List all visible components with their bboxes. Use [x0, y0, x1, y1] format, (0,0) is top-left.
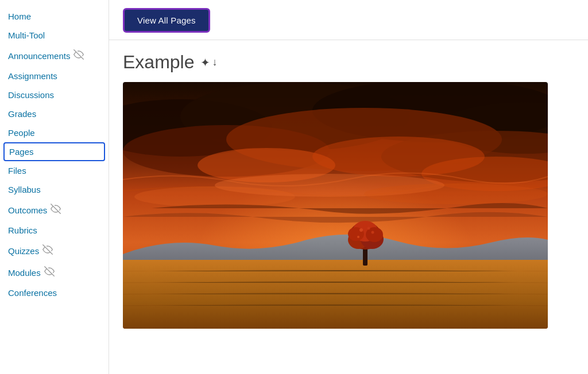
- svg-point-31: [363, 224, 367, 227]
- sidebar-item-discussions[interactable]: Discussions: [0, 85, 109, 104]
- sidebar: HomeMulti-ToolAnnouncements AssignmentsD…: [0, 0, 109, 374]
- sidebar-link-modules[interactable]: Modules: [8, 268, 41, 278]
- sidebar-link-home[interactable]: Home: [8, 11, 31, 21]
- sidebar-item-announcements[interactable]: Announcements: [0, 45, 109, 67]
- sidebar-item-rubrics[interactable]: Rubrics: [0, 221, 109, 240]
- sidebar-item-multi-tool[interactable]: Multi-Tool: [0, 26, 109, 45]
- view-all-pages-button[interactable]: View All Pages: [123, 8, 210, 33]
- page-title-row: Example ✦ ↓: [123, 52, 574, 73]
- page-title: Example: [123, 52, 195, 73]
- sidebar-link-pages[interactable]: Pages: [9, 147, 34, 157]
- main-content: View All Pages Example ✦ ↓: [109, 0, 588, 374]
- sidebar-item-conferences[interactable]: Conferences: [0, 283, 109, 302]
- sidebar-link-multi-tool[interactable]: Multi-Tool: [8, 30, 45, 40]
- ai-sparkle-icon[interactable]: ✦: [200, 56, 210, 69]
- content-area: Example ✦ ↓: [109, 40, 588, 374]
- sort-down-icon[interactable]: ↓: [212, 56, 218, 68]
- eye-icon: [74, 49, 84, 62]
- eye-icon: [44, 266, 55, 279]
- sidebar-item-outcomes[interactable]: Outcomes: [0, 199, 109, 221]
- top-bar: View All Pages: [109, 0, 588, 40]
- sidebar-item-modules[interactable]: Modules: [0, 262, 109, 283]
- svg-point-30: [372, 231, 374, 234]
- sidebar-item-files[interactable]: Files: [0, 161, 109, 180]
- sidebar-link-discussions[interactable]: Discussions: [8, 90, 54, 100]
- sidebar-link-announcements[interactable]: Announcements: [8, 51, 70, 61]
- sidebar-link-outcomes[interactable]: Outcomes: [8, 205, 47, 215]
- sidebar-item-syllabus[interactable]: Syllabus: [0, 180, 109, 199]
- sidebar-link-files[interactable]: Files: [8, 166, 26, 176]
- svg-point-17: [134, 186, 295, 207]
- svg-point-18: [364, 184, 548, 204]
- svg-point-28: [368, 227, 370, 230]
- sidebar-item-grades[interactable]: Grades: [0, 104, 109, 123]
- sidebar-item-pages[interactable]: Pages: [3, 142, 105, 161]
- svg-point-27: [359, 228, 363, 232]
- sidebar-link-syllabus[interactable]: Syllabus: [8, 185, 41, 194]
- svg-point-29: [357, 236, 359, 238]
- sidebar-item-assignments[interactable]: Assignments: [0, 67, 109, 85]
- sidebar-link-quizzes[interactable]: Quizzes: [8, 246, 39, 256]
- eye-icon: [51, 204, 61, 216]
- eye-icon: [42, 244, 53, 257]
- sidebar-link-grades[interactable]: Grades: [8, 109, 36, 119]
- sidebar-link-people[interactable]: People: [8, 128, 35, 138]
- sidebar-link-conferences[interactable]: Conferences: [8, 288, 57, 298]
- content-image: [123, 82, 548, 329]
- sidebar-item-quizzes[interactable]: Quizzes: [0, 240, 109, 262]
- sidebar-link-assignments[interactable]: Assignments: [8, 71, 57, 81]
- sidebar-link-rubrics[interactable]: Rubrics: [8, 225, 37, 235]
- title-icons: ✦ ↓: [200, 56, 218, 69]
- sidebar-item-home[interactable]: Home: [0, 7, 109, 26]
- sidebar-item-people[interactable]: People: [0, 123, 109, 142]
